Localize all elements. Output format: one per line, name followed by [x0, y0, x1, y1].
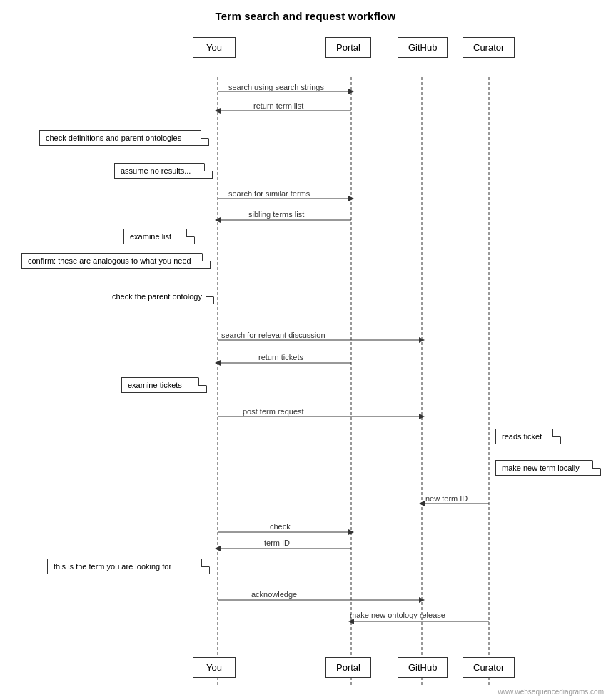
actor-you-top: You [193, 37, 236, 58]
svg-marker-23 [215, 546, 221, 551]
label-new-term-id: new term ID [425, 494, 468, 503]
actor-curator-top: Curator [463, 37, 515, 58]
svg-marker-19 [419, 501, 425, 506]
label-search-similar: search for similar terms [228, 189, 310, 198]
diagram-container: Term search and request workflow [0, 0, 611, 700]
svg-marker-5 [348, 89, 354, 94]
label-return-term-list: return term list [253, 101, 303, 110]
watermark: www.websequencediagrams.com [498, 688, 604, 696]
svg-marker-9 [348, 196, 354, 201]
label-sibling-terms: sibling terms list [248, 210, 304, 219]
note-check-parent-ontology: check the parent ontology [106, 289, 214, 304]
svg-marker-15 [215, 360, 221, 366]
note-reads-ticket: reads ticket [495, 429, 561, 444]
svg-marker-17 [419, 414, 425, 419]
svg-marker-13 [419, 337, 425, 343]
svg-marker-27 [348, 619, 354, 624]
note-check-definitions: check definitions and parent ontologies [39, 130, 209, 146]
label-acknowledge: acknowledge [251, 590, 297, 599]
label-search-strings: search using search strings [228, 83, 324, 91]
note-assume-no-results: assume no results... [114, 163, 213, 179]
label-search-relevant: search for relevant discussion [221, 331, 325, 339]
diagram-title: Term search and request workflow [0, 0, 611, 22]
actor-portal-top: Portal [325, 37, 371, 58]
diagram-svg [0, 0, 611, 700]
actor-github-top: GitHub [398, 37, 448, 58]
actor-github-bottom: GitHub [398, 657, 448, 678]
actor-you-bottom: You [193, 657, 236, 678]
svg-marker-7 [215, 108, 221, 114]
note-confirm-analogous: confirm: these are analogous to what you… [21, 253, 211, 269]
label-return-tickets: return tickets [258, 353, 303, 361]
note-term-looking-for: this is the term you are looking for [47, 559, 210, 574]
label-new-ontology: make new ontology release [350, 611, 445, 619]
actor-portal-bottom: Portal [325, 657, 371, 678]
note-examine-tickets: examine tickets [121, 377, 207, 393]
svg-marker-11 [215, 217, 221, 223]
actor-curator-bottom: Curator [463, 657, 515, 678]
label-check: check [270, 522, 291, 531]
svg-marker-21 [348, 529, 354, 535]
label-post-term: post term request [243, 407, 304, 416]
label-term-id: term ID [264, 539, 290, 547]
note-make-new-term: make new term locally [495, 460, 601, 476]
note-examine-list: examine list [123, 229, 195, 244]
svg-marker-25 [419, 597, 425, 603]
